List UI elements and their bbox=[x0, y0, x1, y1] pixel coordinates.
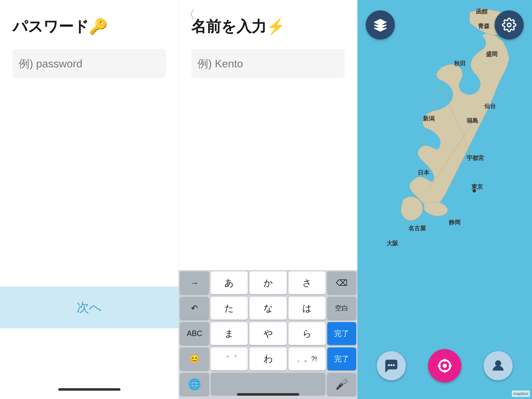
key-ra[interactable]: ら bbox=[288, 322, 326, 345]
map-bottom-bar bbox=[357, 349, 532, 382]
map-attribution: mapbox bbox=[512, 391, 530, 397]
name-panel: 〈 名前を入力⚡ 次へ → あ か さ ⌫ ↶ た な は 空白 bbox=[179, 0, 357, 399]
name-input[interactable] bbox=[191, 49, 345, 78]
back-arrow-icon[interactable]: 〈 bbox=[183, 6, 195, 23]
svg-text:宇都宮: 宇都宮 bbox=[467, 155, 484, 161]
chat-icon bbox=[384, 359, 399, 373]
locate-button[interactable] bbox=[428, 349, 461, 382]
settings-icon bbox=[502, 18, 516, 32]
password-panel: パスワード🔑 次へ bbox=[0, 0, 179, 399]
profile-icon bbox=[491, 359, 505, 373]
key-na[interactable]: な bbox=[249, 297, 287, 320]
svg-text:東京: 東京 bbox=[471, 183, 483, 190]
home-indicator bbox=[58, 388, 120, 391]
svg-text:秋田: 秋田 bbox=[454, 60, 466, 67]
svg-text:新潟: 新潟 bbox=[423, 115, 435, 122]
keyboard-row-4: 😊 ゛゜ わ 、。?! 完了 bbox=[179, 346, 357, 372]
key-wa[interactable]: わ bbox=[249, 348, 287, 370]
key-punctuation[interactable]: 、。?! bbox=[288, 348, 326, 370]
spacebar[interactable] bbox=[211, 373, 325, 396]
key-arrow[interactable]: → bbox=[180, 271, 209, 294]
svg-text:大阪: 大阪 bbox=[386, 240, 398, 247]
crosshair-icon bbox=[437, 357, 453, 374]
japan-map-svg: 函館 青森 秋田 盛岡 新潟 福島 仙台 宇都宮 日本 東京 名古屋 静岡 大阪 bbox=[357, 0, 532, 399]
keyboard-row-1: → あ か さ ⌫ bbox=[179, 270, 357, 296]
key-space[interactable]: 空白 bbox=[327, 297, 356, 320]
key-undo[interactable]: ↶ bbox=[180, 297, 209, 320]
key-abc[interactable]: ABC bbox=[180, 322, 209, 345]
key-sa[interactable]: さ bbox=[288, 271, 326, 294]
key-ka[interactable]: か bbox=[249, 271, 287, 294]
password-next-button[interactable]: 次へ bbox=[0, 287, 178, 328]
password-title: パスワード🔑 bbox=[13, 17, 166, 37]
key-ha[interactable]: は bbox=[288, 297, 326, 320]
japanese-keyboard: → あ か さ ⌫ ↶ た な は 空白 ABC ま や ら 完了 bbox=[179, 270, 357, 399]
name-title: 名前を入力⚡ bbox=[191, 17, 345, 37]
svg-point-26 bbox=[443, 364, 447, 368]
key-ma[interactable]: ま bbox=[210, 322, 248, 345]
svg-point-18 bbox=[388, 364, 390, 366]
svg-text:仙台: 仙台 bbox=[484, 103, 496, 109]
svg-point-20 bbox=[393, 364, 395, 366]
settings-button[interactable] bbox=[494, 10, 524, 39]
svg-point-14 bbox=[473, 189, 476, 192]
globe-key[interactable]: 🌐 bbox=[180, 373, 209, 396]
svg-text:青森: 青森 bbox=[478, 23, 490, 29]
chat-button[interactable] bbox=[377, 351, 406, 380]
keyboard-row-3: ABC ま や ら 完了 bbox=[179, 321, 357, 346]
key-ya[interactable]: や bbox=[249, 322, 287, 345]
key-backspace[interactable]: ⌫ bbox=[327, 271, 356, 294]
key-ta[interactable]: た bbox=[210, 297, 248, 320]
svg-text:静岡: 静岡 bbox=[449, 219, 461, 226]
name-home-indicator bbox=[237, 393, 299, 396]
microphone-key[interactable]: 🎤 bbox=[327, 373, 356, 396]
key-done-1[interactable]: 完了 bbox=[327, 322, 356, 345]
keyboard-row-2: ↶ た な は 空白 bbox=[179, 296, 357, 321]
password-input[interactable] bbox=[13, 49, 166, 78]
layers-icon bbox=[373, 18, 387, 32]
map-panel[interactable]: 函館 青森 秋田 盛岡 新潟 福島 仙台 宇都宮 日本 東京 名古屋 静岡 大阪 bbox=[357, 0, 532, 399]
svg-point-19 bbox=[391, 364, 392, 366]
app-container: パスワード🔑 次へ 〈 名前を入力⚡ 次へ → あ か さ ⌫ ↶ た な は bbox=[0, 0, 532, 399]
profile-button[interactable] bbox=[484, 351, 513, 380]
map-background: 函館 青森 秋田 盛岡 新潟 福島 仙台 宇都宮 日本 東京 名古屋 静岡 大阪 bbox=[357, 0, 532, 399]
svg-point-27 bbox=[496, 361, 500, 366]
key-dakuten[interactable]: ゛゜ bbox=[210, 348, 248, 370]
key-a[interactable]: あ bbox=[210, 271, 248, 294]
layers-button[interactable] bbox=[366, 10, 395, 39]
svg-text:盛岡: 盛岡 bbox=[486, 51, 498, 57]
svg-text:名古屋: 名古屋 bbox=[408, 225, 426, 232]
svg-text:福島: 福島 bbox=[466, 117, 478, 124]
svg-text:日本: 日本 bbox=[418, 169, 430, 176]
svg-text:函館: 函館 bbox=[476, 8, 488, 15]
key-emoji[interactable]: 😊 bbox=[180, 348, 209, 370]
key-done-2[interactable]: 完了 bbox=[327, 348, 356, 370]
